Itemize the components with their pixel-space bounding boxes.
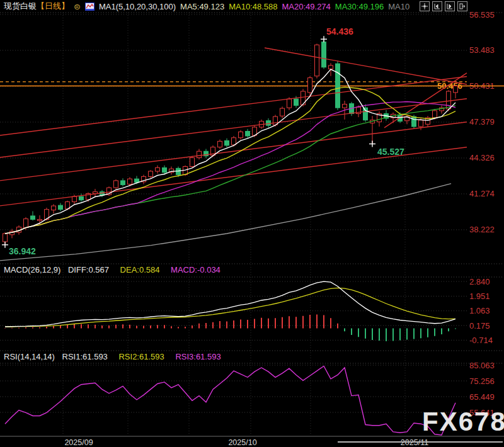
candle: [246, 132, 250, 136]
candle: [239, 132, 243, 137]
candle: [79, 196, 84, 200]
candle: [121, 181, 125, 185]
candle: [135, 179, 139, 183]
y-axis-label: 44.326: [469, 153, 495, 162]
rsi-panel-header: RSI(14,14,14) RSI1:61.593 RSI2:61.593 RS…: [4, 352, 230, 361]
rsi2-value: RSI2:61.593: [118, 352, 164, 361]
candle: [128, 179, 132, 184]
candle: [364, 108, 368, 120]
candle: [322, 42, 326, 67]
y-axis-label: 38.222: [469, 225, 495, 234]
rsi-line: [5, 366, 455, 435]
candle: [412, 116, 416, 127]
x-axis-label: 2025/09: [64, 438, 93, 447]
candle: [280, 108, 285, 116]
rsi1-value: RSI1:61.593: [62, 352, 108, 361]
candle: [225, 140, 229, 145]
macd-dea-value: DEA:0.584: [120, 265, 160, 274]
candle: [287, 99, 292, 108]
trendline: [0, 76, 467, 135]
macd-title: MACD(26,12,9): [4, 265, 60, 274]
ma10-line: [5, 87, 455, 234]
y-axis-label: 65.449: [469, 392, 495, 402]
candle: [315, 45, 319, 76]
candle: [176, 168, 181, 174]
candle: [31, 216, 35, 220]
ma100-label: MA10: [388, 2, 410, 11]
candle: [163, 167, 167, 172]
ma20-value: MA20:49.274: [282, 2, 331, 11]
macd-value: MACD:-0.034: [171, 265, 220, 274]
period-label[interactable]: 【日线】: [37, 1, 69, 12]
circle-menu-icon[interactable]: ⊜: [74, 3, 81, 11]
x-axis-label: 2025/10: [228, 438, 256, 447]
macd-panel-header: MACD(26,12,9) DIFF:0.567 DEA:0.584 MACD:…: [4, 265, 229, 274]
y-axis-label: 53.483: [469, 45, 495, 55]
rsi-title: RSI(14,14,14): [4, 352, 55, 361]
ma10-value: MA10:48.588: [229, 2, 277, 11]
candle: [336, 64, 340, 108]
ma30-value: MA30:49.196: [335, 2, 384, 11]
candle: [3, 234, 8, 242]
candle: [52, 206, 56, 210]
candle: [218, 141, 222, 147]
mini-chart-icon[interactable]: [85, 3, 94, 11]
last-price-label: 50.456: [437, 81, 462, 91]
candle: [24, 219, 28, 228]
ma20-line: [5, 101, 455, 233]
ma5-value: MA5:49.123: [180, 2, 224, 11]
trendline: [265, 48, 467, 84]
ma100-line: [0, 184, 451, 261]
symbol-title: 现货白银: [4, 1, 37, 12]
y-axis-label: 41.274: [469, 189, 495, 198]
candle: [149, 171, 153, 176]
candle: [156, 167, 160, 171]
candle: [197, 151, 202, 157]
price-annotation: 45.527: [377, 147, 404, 157]
y-axis-label: 85.063: [469, 361, 495, 370]
candle: [308, 78, 312, 93]
watermark: FX678: [422, 407, 504, 437]
scrollbar[interactable]: [338, 441, 503, 443]
price-chart-canvas[interactable]: 56.53553.48350.43147.37944.32641.27438.2…: [0, 0, 504, 447]
y-axis-label: 1.063: [469, 306, 490, 315]
y-axis-label: 0.175: [469, 321, 490, 331]
candle: [294, 99, 299, 105]
candle: [72, 196, 77, 201]
candle: [59, 205, 63, 210]
y-axis-label: 1.951: [469, 291, 490, 301]
rsi3-value: RSI3:61.593: [175, 352, 220, 361]
chart-app: 现货白银 【日线】 ⊜ MA1(5,10,20,30,100) MA5:49.1…: [0, 0, 504, 447]
price-annotation: 36.942: [9, 246, 36, 256]
candle: [419, 120, 423, 127]
pane-shift-icon[interactable]: [457, 1, 467, 11]
macd-diff-value: DIFF:0.567: [68, 265, 109, 274]
candle: [38, 220, 42, 221]
y-axis-label: 2.840: [469, 277, 490, 286]
y-axis-label: 47.379: [469, 117, 495, 127]
candle: [232, 138, 236, 145]
y-axis-label: -0.714: [469, 336, 493, 345]
axis-left-icon[interactable]: [432, 1, 442, 11]
price-annotation: 54.436: [326, 26, 353, 37]
axis-right-icon[interactable]: [445, 1, 455, 11]
y-axis-label: 75.256: [469, 376, 495, 386]
candle: [343, 105, 347, 108]
candle: [454, 86, 458, 93]
candle: [114, 181, 118, 188]
crosshair-icon[interactable]: [420, 1, 430, 11]
chart-toolbar: [420, 1, 467, 11]
candle: [190, 158, 195, 167]
ma-group-label: MA1(5,10,20,30,100): [99, 2, 176, 11]
candle: [433, 111, 437, 118]
candle: [329, 65, 333, 69]
